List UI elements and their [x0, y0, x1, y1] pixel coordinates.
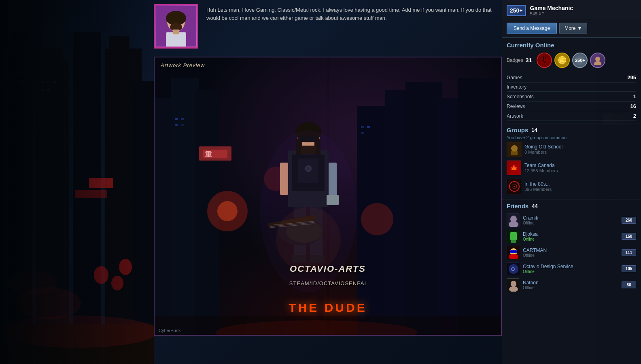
main-content-area: Huh Lets man, I love Gaming, Classic/Met… — [154, 0, 502, 364]
group-name-80s: In the 80s... — [524, 181, 552, 187]
svg-rect-108 — [510, 250, 517, 253]
friend-level-octavio: 105 — [622, 265, 636, 272]
right-sidebar: 250+ Game Mechanic 545 XP Send a Message… — [502, 0, 641, 364]
profile-name-xp: Game Mechanic 545 XP — [530, 5, 636, 16]
level-number: 250+ — [510, 7, 523, 14]
games-value: 295 — [627, 74, 636, 80]
artwork-preview-label: Artwork Preview — [161, 62, 205, 68]
groups-section: Groups 14 You have 2 groups in common Go… — [502, 123, 641, 199]
artwork-section: Artwork Preview — [154, 57, 502, 336]
svg-text:O: O — [511, 267, 515, 272]
reviews-label: Reviews — [507, 104, 525, 109]
svg-rect-48 — [458, 78, 501, 335]
artwork-main-image: 重 — [155, 57, 501, 335]
profile-title-bar: 250+ Game Mechanic 545 XP — [502, 0, 641, 19]
group-name-old-school: Going Old School — [524, 144, 562, 150]
svg-rect-37 — [166, 32, 186, 47]
friend-status-natoon: Offline — [523, 286, 618, 290]
profile-bio: Huh Lets man, I love Gaming, Classic/Met… — [206, 4, 502, 22]
bio-text: Huh Lets man, I love Gaming, Classic/Met… — [206, 7, 492, 21]
svg-point-90 — [276, 207, 341, 272]
artwork-game-label: CyberPunk — [159, 328, 180, 333]
artwork-artist-name: OCTAVIO-ARTS — [290, 264, 366, 274]
group-members-old-school: 8 Members — [524, 150, 562, 154]
profile-xp: 545 XP — [530, 11, 636, 16]
friend-info-djoksa: Djoksa Online — [523, 231, 618, 241]
friend-avatar-cramik — [507, 214, 520, 226]
group-thumb-80s — [507, 179, 521, 194]
friend-item-natoon[interactable]: Natoon Offline 86 — [507, 277, 636, 293]
badge-avatar[interactable] — [590, 53, 605, 68]
svg-rect-95 — [511, 151, 518, 155]
currently-online-section: Currently Online Badges 31 🎖 🪙 250+ Game… — [502, 37, 641, 123]
group-members-80s: 396 Members — [524, 187, 552, 192]
svg-rect-46 — [405, 82, 442, 335]
friend-info-natoon: Natoon Offline — [523, 280, 618, 290]
friend-avatar-natoon — [507, 278, 520, 291]
svg-rect-42 — [171, 78, 199, 335]
friend-name-cramik: Cramik — [523, 215, 618, 221]
left-city-background — [0, 0, 154, 364]
stat-reviews[interactable]: Reviews 16 — [507, 102, 636, 111]
friend-avatar-cartman — [507, 246, 520, 259]
stat-inventory[interactable]: Inventory — [507, 83, 636, 92]
svg-rect-52 — [181, 124, 184, 126]
friends-header: Friends 44 — [507, 203, 636, 210]
svg-rect-49 — [175, 118, 178, 120]
group-item-old-school[interactable]: Going Old School 8 Members — [507, 140, 636, 159]
currently-online-title: Currently Online — [507, 42, 636, 49]
badges-count: 31 — [526, 57, 532, 63]
games-label: Games — [507, 75, 522, 80]
group-name-canada: Team Canada — [524, 163, 558, 168]
friends-section: Friends 44 Cramik Offline 260 — [502, 199, 641, 296]
reviews-value: 16 — [630, 103, 636, 109]
svg-rect-26 — [0, 0, 154, 364]
chevron-down-icon: ▼ — [577, 25, 582, 31]
svg-point-91 — [595, 57, 600, 61]
badge-gold-coin[interactable]: 🪙 — [554, 53, 570, 68]
groups-count: 14 — [531, 127, 537, 133]
profile-header: Huh Lets man, I love Gaming, Classic/Met… — [154, 0, 502, 55]
svg-rect-51 — [175, 124, 178, 126]
svg-point-60 — [217, 201, 238, 221]
friend-item-cramik[interactable]: Cramik Offline 260 — [507, 212, 636, 228]
badge-level-250[interactable]: 250+ — [572, 53, 588, 68]
inventory-label: Inventory — [507, 84, 526, 90]
friend-level-cramik: 260 — [622, 217, 636, 224]
friends-title: Friends — [507, 203, 529, 210]
friend-item-djoksa[interactable]: Djoksa Online 150 — [507, 228, 636, 244]
group-item-80s[interactable]: In the 80s... 396 Members — [507, 177, 636, 196]
friend-info-cramik: Cramik Offline — [523, 215, 618, 225]
badge-red-ribbon[interactable]: 🎖 — [537, 53, 552, 68]
artwork-value: 2 — [633, 113, 636, 119]
svg-point-92 — [594, 61, 601, 65]
group-members-canada: 12,355 Members — [524, 168, 558, 173]
group-item-canada[interactable]: 🍁 Team Canada 12,355 Members — [507, 159, 636, 177]
badges-row: Badges 31 🎖 🪙 250+ — [507, 53, 636, 68]
svg-rect-55 — [361, 132, 364, 134]
friend-status-octavio: Online — [523, 269, 618, 274]
friend-avatar-octavio: O — [507, 262, 520, 275]
friend-status-cartman: Offline — [523, 253, 618, 258]
artwork-steam-url: STEAM/ID/OCTAVIOSENPAI — [289, 280, 366, 286]
friend-info-octavio: Octavio Design Service Online — [523, 264, 618, 274]
screenshots-value: 1 — [633, 93, 636, 99]
stat-screenshots[interactable]: Screenshots 1 — [507, 92, 636, 102]
artwork-title: THE DUDE — [289, 301, 367, 315]
friend-item-cartman[interactable]: CARTMAN Offline 111 — [507, 244, 636, 260]
stat-games[interactable]: Games 295 — [507, 73, 636, 83]
more-button[interactable]: More ▼ — [559, 23, 587, 34]
level-badge: 250+ — [507, 5, 526, 16]
artwork-vertical-divider — [328, 57, 328, 335]
friend-avatar-djoksa — [507, 230, 520, 243]
friend-item-octavio[interactable]: O Octavio Design Service Online 105 — [507, 260, 636, 277]
stat-artwork[interactable]: Artwork 2 — [507, 111, 636, 121]
svg-rect-50 — [181, 118, 184, 120]
send-message-button[interactable]: Send a Message — [507, 23, 557, 34]
groups-header: Groups 14 — [507, 127, 636, 133]
friend-name-cartman: CARTMAN — [523, 248, 618, 253]
svg-text:重: 重 — [205, 150, 212, 158]
groups-common-text: You have 2 groups in common — [507, 135, 636, 140]
screenshots-label: Screenshots — [507, 94, 534, 99]
avatar-container — [154, 4, 200, 51]
